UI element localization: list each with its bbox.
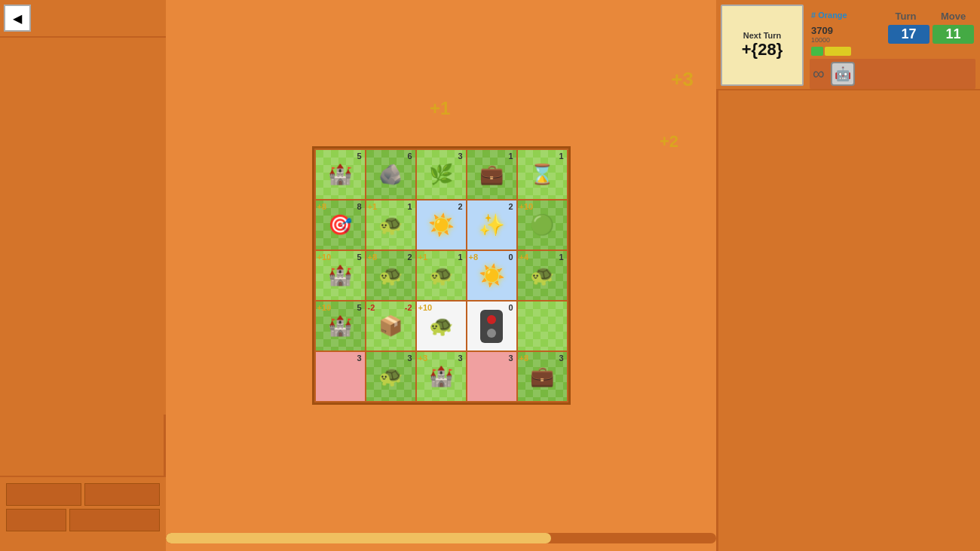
- cell-0-1[interactable]: 6🪨: [366, 150, 415, 199]
- cell-icon-0-2: 🌿: [424, 158, 458, 191]
- right-sidebar: Next Turn +{28} # Orange Turn Move 3709 …: [716, 0, 980, 551]
- cell-0-2[interactable]: 3🌿: [417, 150, 466, 199]
- cell-icon-0-4: ⌛: [525, 158, 559, 191]
- cell-number-4-1: 3: [407, 354, 412, 363]
- cell-4-4[interactable]: 3+8💼: [518, 352, 567, 401]
- stats-row: Next Turn +{28} # Orange Turn Move 3709 …: [716, 0, 980, 90]
- cell-icon-4-4: 💼: [525, 360, 559, 393]
- cell-icon-2-2: 🐢: [424, 259, 458, 292]
- cell-3-2[interactable]: +10🐢: [417, 302, 466, 350]
- cell-1-4[interactable]: +10🟢: [518, 201, 567, 249]
- cell-3-4[interactable]: [518, 302, 567, 350]
- cell-4-3[interactable]: 3: [467, 352, 516, 401]
- cell-number-1-1: 1: [407, 202, 412, 211]
- bottom-scrollbar[interactable]: [166, 533, 716, 543]
- cell-number-4-3: 3: [508, 354, 513, 363]
- cell-bonus-1-4: +10: [519, 202, 534, 211]
- cell-number-4-0: 3: [357, 354, 361, 363]
- cell-0-3[interactable]: 1💼: [467, 150, 516, 199]
- cell-number-3-3: 0: [508, 303, 513, 312]
- cell-0-4[interactable]: 1⌛: [518, 150, 567, 199]
- left-top-panel: ◀: [0, 0, 166, 38]
- turn-column-label: Turn: [885, 11, 926, 22]
- back-button[interactable]: ◀: [4, 5, 31, 32]
- left-btn-3[interactable]: [6, 509, 66, 531]
- bars-row: [808, 45, 977, 57]
- cell-number-1-2: 2: [458, 202, 462, 211]
- cell-1-0[interactable]: 8+8🎯: [316, 201, 365, 249]
- left-btn-4[interactable]: [69, 509, 160, 531]
- cell-number-2-2: 1: [458, 253, 462, 262]
- cell-2-2[interactable]: 1+1🐢: [417, 251, 466, 300]
- cell-icon-2-1: 🐢: [374, 259, 407, 292]
- cell-icon-3-4: [525, 310, 559, 343]
- cell-icon-1-0: 🎯: [323, 209, 357, 242]
- left-main-area: [0, 38, 166, 415]
- cell-number-4-4: 3: [559, 354, 563, 363]
- cell-icon-2-4: 🐢: [525, 259, 559, 292]
- cell-2-4[interactable]: 1+4🐢: [518, 251, 567, 300]
- move-badge: 11: [933, 25, 974, 44]
- right-stats-panel: # Orange Turn Move 3709 10000 17 11: [808, 0, 980, 90]
- left-sidebar: ◀: [0, 0, 166, 551]
- cell-3-1[interactable]: -2-2📦: [366, 302, 415, 350]
- cell-number-2-1: 2: [407, 253, 412, 262]
- left-btn-2[interactable]: [84, 483, 160, 506]
- cell-number-0-1: 6: [407, 152, 412, 161]
- cell-number-3-0: 5: [357, 303, 361, 312]
- right-main-area: [718, 128, 980, 551]
- left-controls-row1: [6, 483, 160, 506]
- float-plus2-label: +2: [660, 132, 678, 152]
- score-column-label: # Orange: [811, 11, 879, 22]
- left-controls-row2: [6, 509, 160, 531]
- cell-bonus-2-1: +8: [368, 253, 378, 262]
- cell-number-1-3: 2: [508, 202, 513, 211]
- cell-icon-3-3: [475, 310, 508, 343]
- cell-4-1[interactable]: 3🐢: [366, 352, 415, 401]
- cell-bonus-4-2: +3: [418, 354, 428, 363]
- cell-bonus-2-3: +8: [469, 253, 479, 262]
- cell-icon-4-1: 🐢: [374, 360, 407, 393]
- cell-icon-3-0: 🏰: [323, 310, 357, 343]
- cell-bonus-3-2: +10: [418, 303, 433, 312]
- cell-4-0[interactable]: 3: [316, 352, 365, 401]
- cell-3-3[interactable]: 0: [467, 302, 516, 350]
- cell-1-2[interactable]: 2☀️: [417, 201, 466, 249]
- score-value: 3709: [811, 25, 885, 36]
- cell-icon-3-1: 📦: [374, 310, 407, 343]
- cell-number-0-2: 3: [458, 152, 462, 161]
- next-turn-label: Next Turn: [743, 31, 782, 40]
- cell-number-2-0: 5: [357, 253, 361, 262]
- robot-icon: 🤖: [831, 62, 855, 86]
- cell-icon-2-3: ☀️: [475, 259, 508, 292]
- cell-4-2[interactable]: 3+3🏰: [417, 352, 466, 401]
- icons-row: ∞ 🤖: [810, 59, 975, 89]
- game-grid: 5🏰6🪨3🌿1💼1⌛8+8🎯1+1🐢2☀️2✨+10🟢5+10🏰2+8🐢1+1🐢…: [312, 146, 571, 405]
- cell-number-1-0: 8: [357, 202, 361, 211]
- yellow-bar: [825, 47, 851, 56]
- cell-bonus-red-3-1: -2: [368, 303, 375, 312]
- cell-icon-3-2: 🐢: [424, 310, 458, 343]
- turn-move-header: # Orange Turn Move: [808, 9, 977, 23]
- cell-0-0[interactable]: 5🏰: [316, 150, 365, 199]
- cell-icon-2-0: 🏰: [323, 259, 357, 292]
- cell-icon-0-3: 💼: [475, 158, 508, 191]
- cell-2-1[interactable]: 2+8🐢: [366, 251, 415, 300]
- score-fraction: 10000: [811, 36, 885, 44]
- main-area: +3 +1 +2 5🏰6🪨3🌿1💼1⌛8+8🎯1+1🐢2☀️2✨+10🟢5+10…: [166, 0, 716, 551]
- cell-2-0[interactable]: 5+10🏰: [316, 251, 365, 300]
- cell-icon-4-2: 🏰: [424, 360, 458, 393]
- cell-1-1[interactable]: 1+1🐢: [366, 201, 415, 249]
- cell-1-3[interactable]: 2✨: [467, 201, 516, 249]
- float-plus1-label: +1: [430, 98, 450, 119]
- turn-badge: 17: [888, 25, 929, 44]
- cell-3-0[interactable]: 5+10🏰: [316, 302, 365, 350]
- cell-icon-1-4: 🟢: [525, 209, 559, 242]
- cell-2-3[interactable]: 0+8☀️: [467, 251, 516, 300]
- cell-icon-0-0: 🏰: [323, 158, 357, 191]
- cell-number-2-3: 0: [508, 253, 513, 262]
- cell-bonus-1-0: +8: [317, 202, 327, 211]
- cell-number-2-4: 1: [559, 253, 563, 262]
- left-btn-1[interactable]: [6, 483, 81, 506]
- float-plus3-label: +3: [671, 68, 694, 91]
